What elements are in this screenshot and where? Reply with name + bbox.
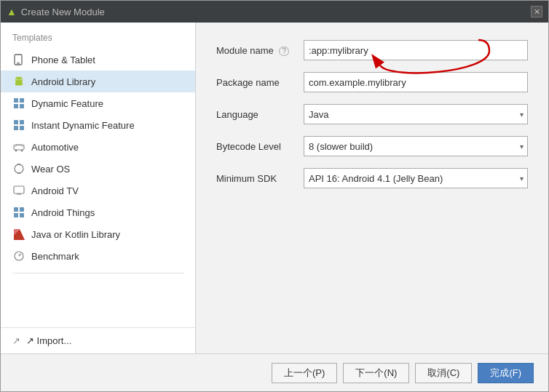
- svg-rect-13: [20, 120, 24, 124]
- svg-point-19: [15, 164, 23, 173]
- prev-button[interactable]: 上一个(P): [272, 363, 337, 383]
- sidebar-bottom: ↗ ↗ Import...: [1, 327, 195, 353]
- sidebar-item-android-things[interactable]: Android Things: [1, 201, 195, 223]
- wear-os-icon: [12, 163, 25, 175]
- sidebar-item-automotive-label: Automotive: [31, 142, 79, 153]
- svg-rect-28: [20, 213, 24, 217]
- finish-button[interactable]: 完成(F): [478, 363, 534, 383]
- sidebar-item-instant-dynamic-feature[interactable]: Instant Dynamic Feature: [1, 114, 195, 136]
- svg-rect-12: [14, 120, 18, 124]
- svg-point-17: [15, 150, 17, 152]
- sidebar-item-benchmark-label: Benchmark: [31, 251, 79, 262]
- svg-rect-15: [20, 126, 24, 130]
- svg-point-18: [21, 150, 23, 152]
- svg-point-5: [20, 79, 22, 81]
- svg-line-6: [16, 76, 17, 78]
- svg-rect-11: [20, 104, 24, 108]
- svg-rect-14: [14, 126, 18, 130]
- android-things-icon: [12, 207, 25, 218]
- sidebar-item-android-tv-label: Android TV: [31, 185, 79, 196]
- sidebar-item-dynamic-feature-label: Dynamic Feature: [31, 98, 103, 109]
- main-form: Module name ? Package name Language Java…: [196, 23, 548, 353]
- sidebar-item-dynamic-feature[interactable]: Dynamic Feature: [1, 92, 195, 114]
- sidebar: Templates Phone & Tablet: [1, 23, 196, 353]
- import-label: ↗ Import...: [26, 335, 71, 346]
- sidebar-item-java-kotlin-library[interactable]: Java or Kotlin Library: [1, 223, 195, 245]
- module-name-help[interactable]: ?: [279, 47, 289, 56]
- svg-line-32: [19, 254, 21, 256]
- benchmark-icon: [12, 250, 25, 262]
- title-bar: ▲ Create New Module ✕: [1, 1, 548, 23]
- package-name-label: Package name: [216, 77, 304, 88]
- dynamic-feature-icon: [12, 97, 25, 109]
- svg-rect-25: [14, 207, 18, 212]
- sidebar-item-java-kotlin-library-label: Java or Kotlin Library: [31, 229, 120, 240]
- svg-rect-3: [15, 82, 23, 86]
- close-button[interactable]: ✕: [531, 6, 542, 17]
- sidebar-item-automotive[interactable]: Automotive: [1, 136, 195, 158]
- import-icon: ↗: [12, 335, 20, 346]
- svg-rect-16: [14, 145, 24, 150]
- svg-point-4: [17, 79, 18, 81]
- dialog-footer: 上一个(P) 下一个(N) 取消(C) 完成(F): [1, 353, 548, 391]
- sidebar-item-wear-os-label: Wear OS: [31, 164, 70, 175]
- svg-rect-21: [17, 172, 20, 174]
- language-select[interactable]: Java Kotlin: [304, 104, 528, 124]
- language-row: Language Java Kotlin ▾: [216, 104, 528, 124]
- sidebar-item-android-library[interactable]: Android Library: [1, 71, 195, 92]
- sidebar-item-wear-os[interactable]: Wear OS: [1, 158, 195, 180]
- module-name-label: Module name ?: [216, 45, 304, 56]
- sidebar-item-benchmark[interactable]: Benchmark: [1, 245, 195, 267]
- sidebar-item-instant-dynamic-feature-label: Instant Dynamic Feature: [31, 120, 135, 131]
- templates-label: Templates: [1, 23, 195, 49]
- instant-dynamic-feature-icon: [12, 119, 25, 131]
- svg-rect-9: [20, 98, 24, 103]
- sidebar-item-phone-tablet-label: Phone & Tablet: [31, 55, 95, 65]
- cancel-button[interactable]: 取消(C): [415, 363, 472, 383]
- min-sdk-label: Minimum SDK: [216, 173, 304, 184]
- svg-rect-10: [14, 104, 18, 108]
- svg-rect-1: [17, 63, 20, 64]
- sidebar-item-phone-tablet[interactable]: Phone & Tablet: [1, 49, 195, 71]
- sidebar-item-android-library-label: Android Library: [31, 76, 95, 87]
- dialog-title: Create New Module: [21, 7, 105, 17]
- android-library-icon: [12, 76, 25, 87]
- svg-rect-20: [17, 164, 20, 165]
- svg-rect-8: [14, 98, 18, 103]
- sidebar-item-android-things-label: Android Things: [31, 207, 95, 218]
- language-label: Language: [216, 109, 304, 120]
- sidebar-item-android-tv[interactable]: Android TV: [1, 180, 195, 201]
- automotive-icon: [12, 141, 25, 153]
- dialog-content: Templates Phone & Tablet: [1, 23, 548, 353]
- min-sdk-select-wrapper: API 16: Android 4.1 (Jelly Bean) API 21:…: [304, 168, 528, 188]
- android-tv-icon: [12, 185, 25, 196]
- svg-rect-22: [14, 186, 24, 193]
- import-button[interactable]: ↗ ↗ Import...: [1, 328, 195, 353]
- min-sdk-select[interactable]: API 16: Android 4.1 (Jelly Bean) API 21:…: [304, 168, 528, 188]
- title-bar-left: ▲ Create New Module: [7, 6, 105, 17]
- next-button[interactable]: 下一个(N): [343, 363, 409, 383]
- bytecode-select-wrapper: 8 (slower build) 7 6 ▾: [304, 136, 528, 156]
- language-select-wrapper: Java Kotlin ▾: [304, 104, 528, 124]
- phone-tablet-icon: [12, 54, 25, 65]
- android-title-icon: ▲: [7, 6, 17, 17]
- bytecode-select[interactable]: 8 (slower build) 7 6: [304, 136, 528, 156]
- bytecode-level-label: Bytecode Level: [216, 141, 304, 152]
- sidebar-divider: [12, 273, 183, 273]
- min-sdk-row: Minimum SDK API 16: Android 4.1 (Jelly B…: [216, 168, 528, 188]
- svg-rect-27: [14, 213, 18, 217]
- create-new-module-dialog: ▲ Create New Module ✕ Templates Phone & …: [0, 0, 549, 392]
- bytecode-level-row: Bytecode Level 8 (slower build) 7 6 ▾: [216, 136, 528, 156]
- svg-line-7: [21, 76, 22, 78]
- svg-rect-26: [20, 207, 24, 212]
- kotlin-library-icon: [12, 228, 25, 240]
